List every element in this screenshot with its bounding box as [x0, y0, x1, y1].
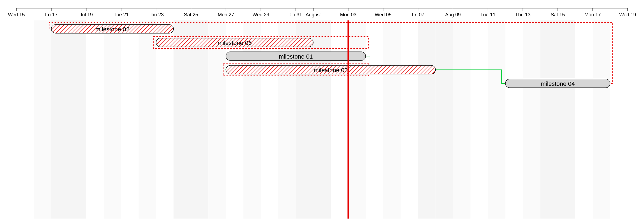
day-stripe [243, 20, 261, 219]
weekend-stripe [540, 20, 558, 219]
axis-tick-label: August [306, 12, 321, 17]
weekend-stripe [436, 20, 453, 219]
weekend-stripe [69, 20, 86, 219]
axis-tick-label: Wed 19 [619, 12, 636, 17]
axis-tick-label: Fri 07 [412, 12, 424, 17]
day-stripe [34, 20, 51, 219]
axis-tick-label: Wed 05 [375, 12, 392, 17]
axis-tick-label: Tue 21 [114, 12, 129, 17]
axis-tick-label: Aug 09 [445, 12, 461, 17]
gantt-chart: Wed 15Fri 17Jul 19Tue 21Thu 23Sat 25Mon … [0, 0, 644, 224]
day-stripe [208, 20, 226, 219]
gantt-bar-label: milestone 01 [279, 53, 313, 60]
axis-tick-label: Jul 19 [80, 12, 93, 17]
day-stripe [348, 20, 366, 219]
weekend-stripe [418, 20, 436, 219]
axis-tick-label: Mon 03 [340, 12, 356, 17]
gantt-bar-label: milestone 02 [95, 26, 129, 33]
weekend-stripe [173, 20, 191, 219]
weekend-stripe [558, 20, 575, 219]
day-stripe [453, 20, 471, 219]
axis-tick-label: Thu 13 [515, 12, 530, 17]
axis-tick-label: Mon 17 [584, 12, 601, 17]
axis-tick-label: Fri 31 [289, 12, 302, 17]
axis-tick-label: Mon 27 [218, 12, 234, 17]
day-stripe [104, 20, 121, 219]
axis-tick-label: Sat 15 [551, 12, 565, 17]
day-stripe [593, 20, 610, 219]
gantt-bar-label: milestone 03 [314, 67, 348, 74]
axis-tick-label: Wed 29 [252, 12, 269, 17]
weekend-stripe [296, 20, 313, 219]
day-stripe [488, 20, 505, 219]
day-stripe [523, 20, 540, 219]
weekend-stripe [191, 20, 208, 219]
axis-tick-label: Wed 15 [8, 12, 25, 17]
axis-tick-label: Fri 17 [45, 12, 58, 17]
weekend-stripe [313, 20, 331, 219]
gantt-bar-label: milestone 06 [218, 40, 252, 46]
axis-tick-label: Thu 23 [149, 12, 164, 17]
day-stripe [383, 20, 401, 219]
day-stripe [278, 20, 296, 219]
day-stripe [139, 20, 156, 219]
weekend-stripe [51, 20, 69, 219]
gantt-bar-label: milestone 04 [541, 80, 575, 87]
axis-tick-label: Sat 25 [184, 12, 198, 17]
axis-tick-label: Tue 11 [480, 12, 495, 17]
